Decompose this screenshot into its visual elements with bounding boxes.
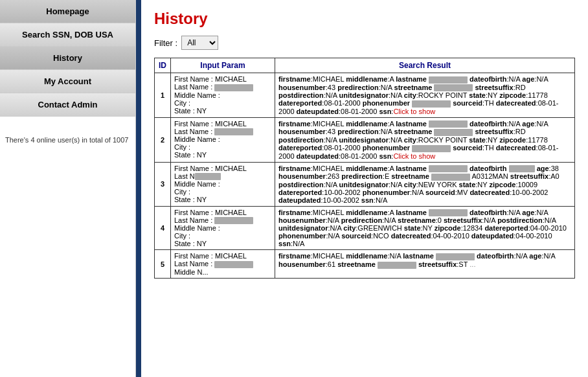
search-result: firstname:MICHAEL middlename:A lastname … xyxy=(275,117,575,162)
nav-search-ssn[interactable]: Search SSN, DOB USA xyxy=(0,23,135,47)
filter-label: Filter : xyxy=(154,38,177,48)
main-content: History Filter : All SSN DOB ID Input Pa… xyxy=(141,0,588,377)
row-id: 3 xyxy=(155,162,171,206)
accent-bar xyxy=(136,0,141,377)
search-result: firstname:MICHAEL middlename:N/A lastnam… xyxy=(275,250,575,279)
nav-homepage[interactable]: Homepage xyxy=(0,0,135,23)
blurred-lastname xyxy=(214,261,253,268)
ssn-link[interactable]: Click to show xyxy=(393,152,435,160)
input-param: First Name : MICHAEL Last Name : Middle … xyxy=(171,206,275,250)
row-id: 1 xyxy=(155,73,171,118)
input-param: First Name : MICHAEL Last Name : Middle … xyxy=(171,73,275,118)
row-id: 4 xyxy=(155,206,171,250)
results-table: ID Input Param Search Result 1 First Nam… xyxy=(154,58,575,279)
sidebar: Homepage Search SSN, DOB USA History My … xyxy=(0,0,136,377)
row-id: 5 xyxy=(155,250,171,279)
search-result: firstname:MICHAEL middlename:A lastname … xyxy=(275,162,575,206)
nav-history[interactable]: History xyxy=(0,47,135,70)
blurred-lastname xyxy=(214,217,253,224)
nav-contact-admin[interactable]: Contact Admin xyxy=(0,93,135,117)
table-row: 2 First Name : MICHAEL Last Name : Middl… xyxy=(155,117,575,162)
input-param: First Name : MICHAEL Last Name : Middle … xyxy=(171,117,275,162)
filter-row: Filter : All SSN DOB xyxy=(154,36,575,50)
input-param: First Name : MICHAEL Last Name : Middle … xyxy=(171,250,275,279)
col-result: Search Result xyxy=(275,58,575,73)
blurred-lastname xyxy=(214,84,253,91)
ssn-link[interactable]: Click to show xyxy=(393,108,435,115)
online-users-text: There's 4 online user(s) in total of 100… xyxy=(0,130,135,150)
row-id: 2 xyxy=(155,117,171,162)
input-param: First Name : MICHAEL Last N Middle Name … xyxy=(171,162,275,206)
blurred-lastname xyxy=(195,173,221,180)
blurred-lastname xyxy=(214,128,253,135)
nav-my-account[interactable]: My Account xyxy=(0,70,135,93)
filter-select[interactable]: All SSN DOB xyxy=(181,36,218,50)
search-result: firstname:MICHAEL middlename:A lastname … xyxy=(275,73,575,118)
table-row: 5 First Name : MICHAEL Last Name : Middl… xyxy=(155,250,575,279)
col-input: Input Param xyxy=(171,58,275,73)
table-row: 3 First Name : MICHAEL Last N Middle Nam… xyxy=(155,162,575,206)
search-result: firstname:MICHAEL middlename:A lastname … xyxy=(275,206,575,250)
table-row: 1 First Name : MICHAEL Last Name : Middl… xyxy=(155,73,575,118)
page-title: History xyxy=(154,10,575,28)
col-id: ID xyxy=(155,58,171,73)
table-row: 4 First Name : MICHAEL Last Name : Middl… xyxy=(155,206,575,250)
